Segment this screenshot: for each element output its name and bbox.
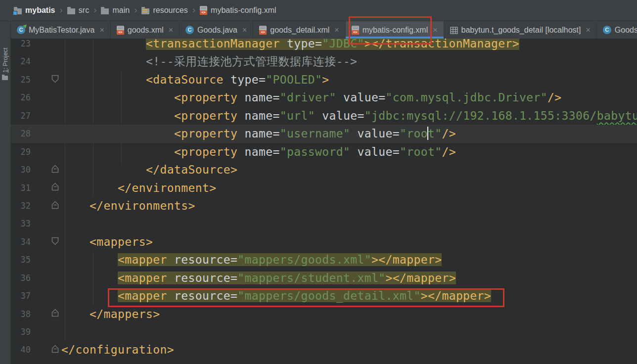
gutter[interactable]	[31, 251, 61, 269]
editor-row: 37 <mapper resource="mappers/goods_detai…	[11, 287, 637, 305]
breadcrumb-label: main	[112, 6, 130, 15]
code-line[interactable]: </environment>	[61, 179, 637, 197]
code-token: resource=	[174, 272, 237, 284]
code-line[interactable]: </mappers>	[61, 305, 637, 323]
code-token: value=	[336, 91, 386, 104]
code-line[interactable]: </configuration>	[61, 341, 637, 359]
code-line[interactable]: <mapper resource="mappers/goods_detail.x…	[61, 287, 637, 305]
tab-mybatis-config.xml[interactable]: mybatis-config.xml×	[346, 21, 444, 39]
fold-end-icon[interactable]	[51, 182, 59, 193]
code-token: />	[442, 145, 456, 158]
tab-label: goods_detail.xml	[270, 26, 329, 35]
code-token: name=	[244, 145, 279, 158]
gutter[interactable]	[31, 125, 61, 142]
breadcrumb-label: mybatis	[25, 6, 55, 15]
gutter[interactable]	[31, 89, 61, 106]
tab-close-icon[interactable]: ×	[433, 26, 437, 35]
code-line[interactable]: <property name="driver" value="com.mysql…	[61, 89, 637, 106]
code-line[interactable]: </dataSource>	[61, 161, 637, 179]
breadcrumb-item[interactable]: main	[101, 6, 130, 15]
line-number: 28	[11, 125, 31, 142]
code-line[interactable]: <mapper resource="mappers/goods.xml"></m…	[61, 251, 637, 269]
tab-goods-detail.xml[interactable]: goods_detail.xml×	[253, 21, 345, 39]
java-class-icon: C	[185, 26, 194, 34]
breadcrumb-item[interactable]: mybatis-config.xml	[200, 6, 276, 15]
line-number: 38	[11, 305, 31, 323]
editor-row: 33	[11, 215, 637, 232]
gutter[interactable]	[31, 215, 61, 232]
code-token: </environment>	[118, 182, 216, 194]
tab-goods.java[interactable]: CGoods.java×	[180, 21, 253, 39]
tab-close-icon[interactable]: ×	[586, 26, 590, 35]
fold-end-icon[interactable]	[51, 309, 59, 319]
fold-expand-icon[interactable]	[51, 237, 59, 247]
editor-pane[interactable]: 23 <transactionManager type="JDBC"></tra…	[11, 0, 637, 364]
gutter[interactable]	[31, 233, 61, 251]
line-number: 31	[11, 179, 31, 197]
gutter[interactable]	[31, 323, 61, 341]
line-number: 27	[11, 107, 31, 125]
code-token: "POOLED"	[266, 73, 322, 86]
editor-row: 34 <mappers>	[11, 233, 637, 251]
fold-end-icon[interactable]	[51, 201, 59, 211]
breadcrumb-item[interactable]: src	[67, 6, 89, 15]
gutter[interactable]	[31, 179, 61, 197]
editor-row: 36 <mapper resource="mappers/student.xml…	[11, 269, 637, 287]
breadcrumb-item[interactable]: resources	[141, 6, 187, 15]
tab-main: goods_detail.xml	[259, 26, 329, 35]
line-number: 33	[11, 215, 31, 232]
highlighted-code: <mapper resource="mappers/goods_detail.x…	[118, 289, 491, 302]
code-token: value=	[315, 109, 364, 122]
tab-label: babytun.t_goods_detail [localhost]	[461, 26, 581, 35]
breadcrumb-item[interactable]: mybatis	[14, 6, 55, 15]
gutter[interactable]	[31, 107, 61, 125]
highlighted-code: <mapper resource="mappers/student.xml"><…	[118, 272, 456, 284]
code-line[interactable]	[61, 215, 637, 232]
code-line[interactable]: <mapper resource="mappers/student.xml"><…	[61, 269, 637, 287]
gutter[interactable]	[31, 52, 61, 70]
code-token: <mappers>	[90, 235, 153, 248]
tab-goods[interactable]: CGoods	[597, 21, 637, 39]
code-line[interactable]: <!--采用连接池方式管理数据库连接-->	[61, 52, 637, 70]
code-line[interactable]: </environments>	[61, 197, 637, 215]
gutter[interactable]	[31, 71, 61, 89]
tab-babytun.t-goods-detail-localhost-[interactable]: babytun.t_goods_detail [localhost]×	[444, 21, 597, 39]
tab-close-icon[interactable]: ×	[334, 26, 339, 35]
fold-end-icon[interactable]	[51, 345, 59, 355]
editor-row: 40</configuration>	[11, 341, 637, 359]
code-line[interactable]: <property name="username" value="root"/>	[61, 125, 637, 142]
gutter[interactable]	[31, 143, 61, 161]
tool-window-button-project[interactable]: 1: Project	[2, 47, 9, 73]
breadcrumb-separator: ›	[59, 5, 62, 16]
runnable-java-class-icon: C	[17, 26, 25, 34]
tab-goods.xml[interactable]: goods.xml×	[111, 21, 180, 39]
folder-icon	[101, 8, 109, 14]
code-line[interactable]: <property name="url" value="jdbc:mysql:/…	[61, 107, 637, 125]
code-token: <!--采用连接池方式管理数据库连接-->	[146, 55, 357, 68]
code-line[interactable]: <mappers>	[61, 233, 637, 251]
tab-close-icon[interactable]: ×	[169, 26, 173, 35]
fold-expand-icon[interactable]	[51, 75, 59, 85]
gutter[interactable]	[31, 341, 61, 359]
code-token: </mappers>	[90, 308, 160, 320]
gutter[interactable]	[31, 161, 61, 179]
editor-row: 26 <property name="driver" value="com.my…	[11, 89, 637, 106]
code-line[interactable]	[61, 323, 637, 341]
editor-row: 24 <!--采用连接池方式管理数据库连接-->	[11, 52, 637, 70]
gutter[interactable]	[31, 287, 61, 305]
code-token: name=	[244, 109, 279, 122]
gutter[interactable]	[31, 305, 61, 323]
tab-mybatistestor.java[interactable]: CMyBatisTestor.java×	[11, 21, 111, 39]
gutter[interactable]	[31, 269, 61, 287]
code-token: "username"	[280, 127, 350, 140]
code-line[interactable]: <property name="password" value="root"/>	[61, 143, 637, 161]
code-token: babytun	[597, 109, 637, 122]
code-token: "mappers/goods.xml"	[237, 253, 371, 266]
code-token: name=	[244, 127, 279, 140]
tab-label: goods.xml	[128, 26, 164, 35]
code-line[interactable]: <dataSource type="POOLED">	[61, 71, 637, 89]
tab-close-icon[interactable]: ×	[242, 26, 247, 35]
gutter[interactable]	[31, 197, 61, 215]
fold-end-icon[interactable]	[51, 165, 59, 175]
tab-close-icon[interactable]: ×	[99, 26, 104, 35]
